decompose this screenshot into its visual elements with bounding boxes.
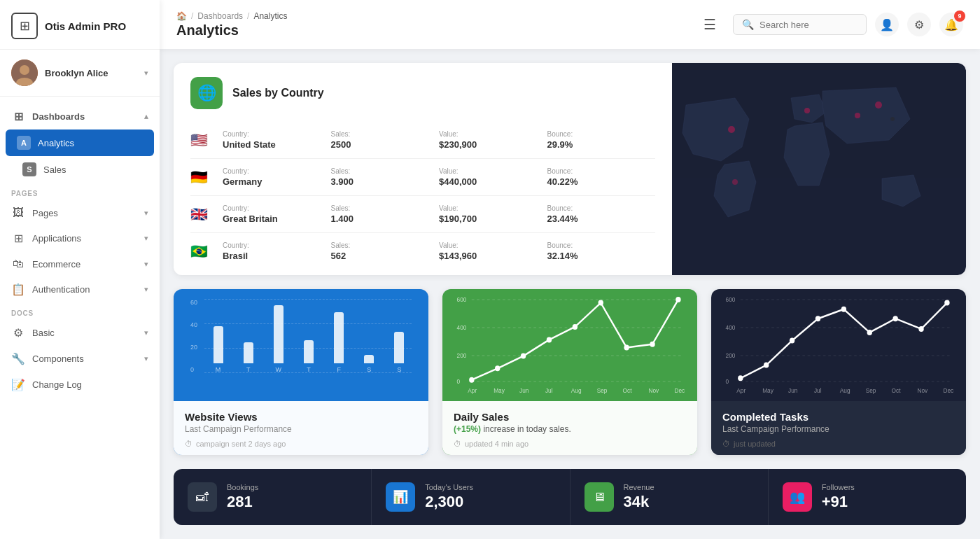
svg-point-47 (816, 316, 820, 321)
website-views-chart: 60 40 20 0 M (174, 289, 428, 401)
docs-section-label: DOCS (0, 302, 160, 320)
header: 🏠 / Dashboards / Analytics Analytics ☰ 🔍… (160, 0, 980, 49)
bar-column: F (327, 299, 351, 373)
stat-item: 🛋 Bookings 281 (174, 469, 372, 525)
svg-point-6 (855, 113, 860, 118)
country-rows: 🇺🇸 Country: United State Sales: 2500 Val… (190, 122, 655, 270)
sales-col: Sales: 562 (331, 241, 440, 261)
svg-point-50 (892, 316, 897, 321)
chart-title: Completed Tasks (722, 411, 955, 423)
sidebar-item-pages[interactable]: 🖼 Pages ▾ (0, 200, 160, 225)
chart-footer: ⏱ campaign sent 2 days ago (185, 440, 417, 448)
sidebar-item-label: Applications (32, 233, 81, 244)
svg-point-26 (676, 297, 680, 302)
components-icon: 🔧 (11, 352, 25, 365)
hamburger-icon[interactable]: ☰ (704, 16, 716, 33)
svg-point-8 (890, 117, 895, 121)
breadcrumb-dashboards: Dashboards (197, 11, 243, 21)
svg-point-44 (738, 375, 743, 381)
home-icon: 🏠 (176, 11, 187, 21)
avatar (11, 59, 38, 86)
basic-icon: ⚙ (11, 326, 25, 340)
chart-subtitle: Last Campaign Performance (722, 424, 955, 434)
sales-badge: S (22, 162, 36, 176)
search-icon: 🔍 (742, 19, 754, 30)
sidebar-item-label: Basic (32, 328, 55, 338)
search-input[interactable] (760, 20, 858, 30)
svg-text:Dec: Dec (943, 387, 953, 394)
bounce-col: Bounce: 32.14% (547, 241, 656, 261)
sidebar: ⊞ Otis Admin PRO Brooklyn Alice ▾ ⊞ Dash… (0, 0, 160, 539)
map-panel (672, 63, 966, 275)
search-box[interactable]: 🔍 (733, 14, 867, 35)
svg-point-9 (732, 179, 738, 185)
stat-icon: 👥 (783, 482, 812, 512)
y-label: 20 (190, 344, 197, 351)
country-col: Country: United State (223, 130, 331, 150)
breadcrumb-analytics: Analytics (253, 11, 287, 21)
country-flag: 🇩🇪 (190, 169, 213, 186)
daily-sales-info: Daily Sales (+15%) increase in today sal… (442, 401, 697, 455)
clock-icon: ⏱ (722, 440, 730, 448)
header-left: 🏠 / Dashboards / Analytics Analytics (176, 11, 692, 38)
country-col: Country: Great Britain (223, 204, 331, 224)
pages-section-label: PAGES (0, 183, 160, 200)
bar-column: W (266, 299, 290, 373)
bar-column: M (206, 299, 230, 373)
stat-label: Followers (822, 483, 855, 491)
svg-point-20 (521, 354, 526, 359)
changelog-icon: 📝 (11, 378, 25, 391)
sidebar-item-label: Authentication (32, 284, 90, 295)
svg-text:Aug: Aug (571, 387, 582, 394)
chart-subtitle: Last Campaign Performance (185, 424, 417, 434)
stat-text: Bookings 281 (227, 483, 258, 511)
svg-point-25 (650, 342, 654, 347)
authentication-icon: 📋 (11, 283, 25, 296)
svg-text:200: 200 (457, 352, 467, 359)
y-label: 40 (190, 321, 197, 328)
sidebar-item-authentication[interactable]: 📋 Authentication ▾ (0, 276, 160, 302)
svg-text:Apr: Apr (736, 387, 746, 394)
bar-column: T (236, 299, 260, 373)
sidebar-item-basic[interactable]: ⚙ Basic ▾ (0, 320, 160, 346)
bounce-col: Bounce: 23.44% (547, 204, 656, 224)
stat-icon: 📊 (386, 482, 415, 512)
notifications-button[interactable]: 🔔 9 (939, 13, 963, 36)
chevron-down-icon: ▾ (144, 328, 148, 337)
chevron-down-icon: ▾ (144, 354, 148, 363)
stat-value: 2,300 (425, 493, 473, 511)
notification-badge: 9 (954, 10, 965, 22)
bar (364, 355, 374, 363)
dashboard-icon: ⊞ (11, 110, 25, 123)
charts-row: 60 40 20 0 M (174, 289, 966, 455)
sidebar-item-applications[interactable]: ⊞ Applications ▾ (0, 225, 160, 251)
svg-text:Jun: Jun (519, 387, 529, 394)
svg-point-5 (804, 108, 810, 113)
sidebar-item-changelog[interactable]: 📝 Change Log (0, 372, 160, 398)
svg-text:600: 600 (726, 296, 736, 303)
logo-text: Otis Admin PRO (45, 20, 126, 32)
chevron-up-icon: ▴ (144, 112, 148, 121)
svg-text:400: 400 (726, 324, 736, 331)
svg-text:May: May (762, 387, 774, 394)
sidebar-item-dashboards[interactable]: ⊞ Dashboards ▴ (0, 104, 160, 130)
bar (274, 305, 284, 363)
svg-point-45 (764, 363, 769, 368)
y-label: 0 (190, 366, 197, 373)
daily-sales-chart: 600 400 200 0 (442, 289, 697, 401)
sidebar-item-ecommerce[interactable]: 🛍 Ecommerce ▾ (0, 251, 160, 276)
sidebar-item-sales[interactable]: S Sales (0, 156, 160, 183)
sidebar-user[interactable]: Brooklyn Alice ▾ (0, 50, 160, 97)
sidebar-item-analytics[interactable]: A Analytics (6, 130, 154, 156)
settings-button[interactable]: ⚙ (907, 13, 931, 36)
bounce-col: Bounce: 40.22% (547, 167, 656, 187)
profile-button[interactable]: 👤 (875, 13, 899, 36)
bar-x-label: F (337, 366, 341, 373)
bar (214, 326, 223, 363)
svg-text:Jul: Jul (814, 387, 822, 394)
main-area: 🏠 / Dashboards / Analytics Analytics ☰ 🔍… (160, 0, 980, 539)
svg-point-51 (918, 326, 923, 332)
sales-col: Sales: 2500 (331, 130, 440, 150)
sidebar-item-components[interactable]: 🔧 Components ▾ (0, 346, 160, 372)
svg-point-19 (495, 365, 500, 371)
